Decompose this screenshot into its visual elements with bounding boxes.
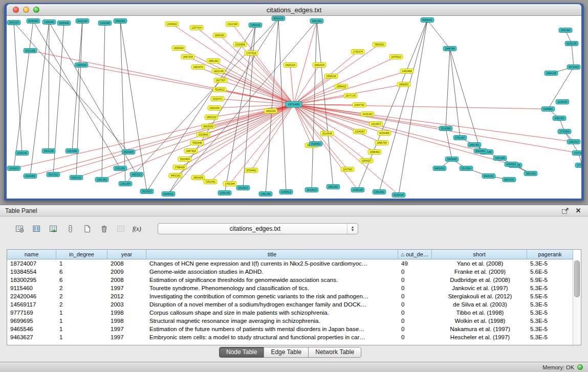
table-settings-icon[interactable]: [13, 223, 26, 234]
network-node[interactable]: 1662625: [313, 63, 326, 68]
network-node[interactable]: 2013130: [76, 19, 89, 24]
float-panel-icon[interactable]: [560, 207, 570, 215]
network-node[interactable]: 1251354: [119, 182, 132, 186]
table-cell[interactable]: 1: [56, 309, 107, 317]
network-node[interactable]: 1453468: [400, 69, 413, 74]
network-node[interactable]: 7524512: [213, 87, 226, 92]
table-cell[interactable]: Changes of HCN gene expression and I(f) …: [146, 259, 398, 268]
close-panel-icon[interactable]: ✕: [574, 207, 583, 215]
network-node[interactable]: 9820322: [503, 178, 516, 182]
network-node[interactable]: 1051351: [553, 116, 566, 121]
network-edge[interactable]: [290, 65, 294, 104]
delete-table-icon[interactable]: [98, 223, 110, 234]
network-node[interactable]: 1651351: [326, 185, 340, 189]
network-window-titlebar[interactable]: citations_edges.txt: [7, 4, 581, 16]
table-row[interactable]: 1938455462009Genome-wide association stu…: [7, 268, 573, 276]
network-edge[interactable]: [294, 71, 407, 104]
network-node[interactable]: 1951351: [559, 28, 572, 33]
network-edge[interactable]: [53, 104, 294, 174]
network-node[interactable]: 1513513: [236, 186, 250, 190]
network-node[interactable]: 1895754: [375, 141, 388, 145]
network-node[interactable]: 1661351: [310, 19, 323, 24]
table-cell[interactable]: 5.3E-5: [527, 259, 573, 268]
tab-node-table[interactable]: Node Table: [219, 347, 265, 358]
table-cell[interactable]: Investigating the contribution of common…: [146, 292, 398, 300]
network-node[interactable]: 1658493: [368, 150, 381, 155]
network-edge[interactable]: [72, 21, 82, 151]
table-cell[interactable]: 0: [398, 292, 432, 300]
table-cell[interactable]: de Silva et al. (2003): [432, 300, 527, 309]
network-node[interactable]: 9152142: [70, 176, 83, 180]
tab-edge-table[interactable]: Edge Table: [264, 347, 309, 358]
table-cell[interactable]: 0: [398, 317, 432, 325]
table-cell[interactable]: 2009: [107, 268, 146, 276]
table-cell[interactable]: 1: [56, 325, 107, 333]
network-node[interactable]: 1167542: [341, 167, 354, 172]
table-cell[interactable]: 6: [56, 276, 107, 284]
vertical-scrollbar[interactable]: [573, 259, 581, 345]
table-cell[interactable]: 0: [398, 333, 432, 341]
network-edge[interactable]: [294, 76, 331, 104]
table-cell[interactable]: 1: [56, 259, 107, 268]
network-edge[interactable]: [14, 21, 33, 168]
column-header-pagerank[interactable]: pagerank: [527, 250, 573, 259]
network-edge[interactable]: [30, 104, 294, 176]
table-row[interactable]: 911546021997Tourette syndrome. Phenomeno…: [7, 284, 573, 292]
table-cell[interactable]: 9465546: [7, 325, 56, 333]
network-node[interactable]: 1852103: [205, 115, 218, 120]
network-node[interactable]: 1084108: [545, 71, 558, 76]
table-cell[interactable]: 6: [56, 268, 107, 276]
network-node[interactable]: 2033130: [15, 151, 29, 156]
network-node[interactable]: 8463002: [433, 166, 446, 171]
network-edge[interactable]: [219, 71, 294, 104]
table-cell[interactable]: 18724007: [7, 259, 56, 268]
table-cell[interactable]: Corpus callosum shape and size in male p…: [146, 309, 398, 317]
table-cell[interactable]: Jankovic et al. (1997): [432, 284, 527, 292]
network-node[interactable]: 2204067: [353, 129, 366, 134]
table-cell[interactable]: 5.9E-5: [527, 276, 573, 284]
column-header-short[interactable]: short: [432, 250, 527, 259]
network-node[interactable]: 2200858: [233, 42, 247, 47]
tab-network-table[interactable]: Network Table: [308, 347, 361, 358]
network-edge[interactable]: [294, 96, 351, 104]
table-cell[interactable]: 19384554: [7, 268, 56, 276]
network-node[interactable]: 1826000: [172, 46, 185, 51]
table-cell[interactable]: 5.3E-5: [527, 317, 573, 325]
network-node[interactable]: 1881362: [207, 59, 220, 63]
table-cell[interactable]: 1998: [107, 317, 146, 325]
combobox-stepper-icon[interactable]: ▲▼: [347, 224, 358, 234]
table-row[interactable]: 2242004622012Investigating the contribut…: [7, 292, 573, 300]
network-node[interactable]: 1503135: [42, 149, 55, 154]
network-node[interactable]: 1335612: [279, 190, 293, 194]
import-table-icon[interactable]: [47, 223, 59, 234]
network-edge[interactable]: [179, 48, 294, 104]
table-cell[interactable]: 1: [56, 317, 107, 325]
network-node[interactable]: 9135134: [392, 193, 405, 198]
table-cell[interactable]: 18300295: [7, 276, 56, 284]
network-edge[interactable]: [30, 51, 294, 104]
table-cell[interactable]: Hescheler et al. (1997): [432, 333, 527, 341]
table-cell[interactable]: 5.3E-5: [527, 300, 573, 309]
table-cell[interactable]: 1998: [107, 309, 146, 317]
column-visibility-icon[interactable]: [30, 223, 42, 234]
network-node[interactable]: 1788439: [173, 165, 186, 170]
table-cell[interactable]: 1: [56, 333, 107, 341]
network-node[interactable]: 1923145: [212, 69, 225, 74]
network-node[interactable]: 1924501: [505, 162, 518, 167]
table-cell[interactable]: Nakamura et al. (1997): [432, 325, 527, 333]
network-node[interactable]: 1770513: [575, 163, 581, 168]
network-edge[interactable]: [125, 18, 278, 184]
network-node[interactable]: 9423151: [482, 174, 495, 179]
network-node[interactable]: 1513566: [439, 126, 452, 131]
table-cell[interactable]: 1997: [107, 325, 146, 333]
table-cell[interactable]: Tourette syndrome. Phenomenology and cla…: [146, 284, 398, 292]
table-cell[interactable]: Tibbo et al. (1998): [432, 309, 527, 317]
table-cell[interactable]: 5.3E-5: [527, 325, 573, 333]
table-cell[interactable]: 0: [398, 309, 432, 317]
network-node[interactable]: 1558216: [324, 74, 338, 79]
network-node[interactable]: 1770554: [558, 129, 571, 134]
network-node[interactable]: 1902430: [208, 106, 221, 111]
table-cell[interactable]: Wolkin et al. (1998): [432, 317, 527, 325]
new-file-icon[interactable]: [81, 223, 93, 234]
network-node[interactable]: 1651353: [524, 171, 537, 176]
